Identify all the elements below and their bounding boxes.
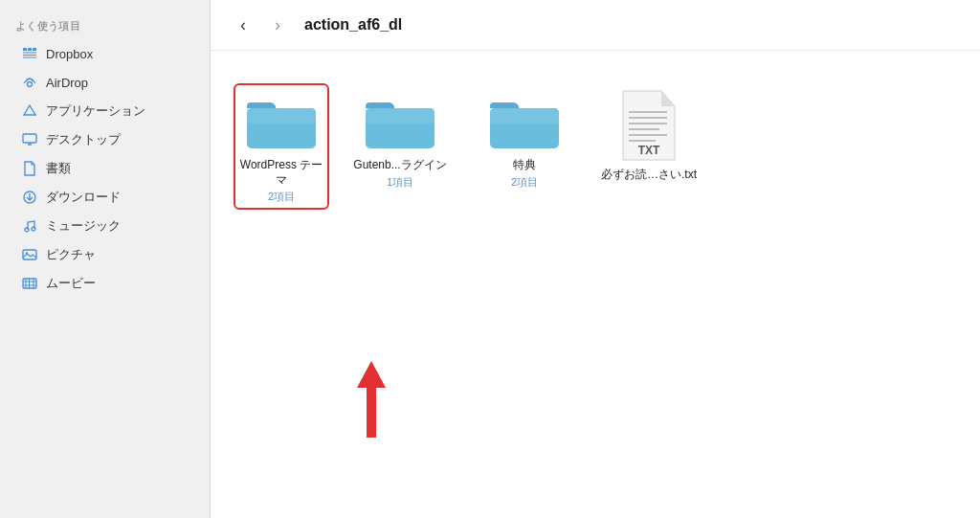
main-content: ‹ › action_af6_dl WordPress テーマ 2項目 bbox=[211, 0, 980, 518]
svg-rect-21 bbox=[33, 279, 34, 288]
file-item-wordpress-theme-count: 2項目 bbox=[268, 190, 295, 204]
svg-point-6 bbox=[28, 82, 33, 87]
sidebar-item-pictures-label: ピクチャ bbox=[46, 246, 96, 263]
sidebar-item-music-label: ミュージック bbox=[46, 217, 121, 235]
svg-rect-3 bbox=[23, 53, 36, 54]
file-area: WordPress テーマ 2項目 Gutenb...ラグイン 1項目 bbox=[211, 51, 980, 518]
file-item-tokuten-count: 2項目 bbox=[511, 175, 538, 190]
sidebar-item-pictures[interactable]: ピクチャ bbox=[6, 241, 204, 268]
file-item-tokuten-name: 特典 bbox=[513, 158, 536, 173]
path-title: action_af6_dl bbox=[304, 16, 402, 34]
svg-text:TXT: TXT bbox=[638, 144, 660, 157]
svg-rect-1 bbox=[28, 48, 32, 51]
toolbar: ‹ › action_af6_dl bbox=[211, 0, 980, 51]
files-row: WordPress テーマ 2項目 Gutenb...ラグイン 1項目 bbox=[239, 79, 951, 204]
pictures-icon bbox=[21, 246, 38, 263]
txt-file-icon: TXT bbox=[619, 89, 679, 162]
sidebar-item-dropbox[interactable]: Dropbox bbox=[6, 40, 204, 67]
desktop-icon bbox=[21, 131, 38, 148]
svg-point-13 bbox=[32, 227, 35, 231]
file-item-gutenberg[interactable]: Gutenb...ラグイン 1項目 bbox=[352, 89, 448, 190]
svg-rect-0 bbox=[23, 48, 27, 51]
folder-svg bbox=[243, 89, 320, 152]
dropbox-icon bbox=[21, 45, 38, 62]
file-item-gutenberg-count: 1項目 bbox=[387, 175, 413, 190]
svg-rect-20 bbox=[29, 279, 30, 288]
file-item-readme[interactable]: TXT 必ずお読…さい.txt bbox=[601, 89, 697, 183]
sidebar-item-documents-label: 書類 bbox=[46, 160, 71, 177]
file-item-wordpress-theme[interactable]: WordPress テーマ 2項目 bbox=[234, 83, 329, 210]
svg-marker-35 bbox=[357, 361, 386, 438]
sidebar-item-movies-label: ムービー bbox=[46, 275, 96, 292]
downloads-icon bbox=[21, 189, 38, 206]
svg-rect-2 bbox=[33, 48, 36, 51]
sidebar-item-applications-label: アプリケーション bbox=[46, 102, 145, 120]
sidebar-item-dropbox-label: Dropbox bbox=[46, 47, 93, 61]
applications-icon bbox=[21, 102, 38, 120]
airdrop-icon bbox=[21, 74, 38, 91]
svg-rect-27 bbox=[490, 108, 559, 124]
svg-rect-4 bbox=[23, 55, 36, 56]
sidebar-item-applications[interactable]: アプリケーション bbox=[6, 98, 204, 124]
svg-rect-23 bbox=[247, 108, 316, 124]
sidebar-item-downloads-label: ダウンロード bbox=[46, 189, 121, 206]
svg-rect-19 bbox=[26, 279, 27, 288]
sidebar-item-desktop[interactable]: デスクトップ bbox=[6, 126, 204, 153]
file-item-tokuten[interactable]: 特典 2項目 bbox=[477, 89, 572, 190]
sidebar-item-documents[interactable]: 書類 bbox=[6, 155, 204, 182]
sidebar-item-music[interactable]: ミュージック bbox=[6, 213, 204, 239]
file-item-wordpress-theme-name: WordPress テーマ bbox=[239, 158, 323, 188]
file-item-readme-name: 必ずお読…さい.txt bbox=[601, 168, 697, 183]
sidebar-section-label: よく使う項目 bbox=[0, 19, 210, 39]
sidebar-item-desktop-label: デスクトップ bbox=[46, 131, 121, 148]
red-arrow bbox=[352, 361, 390, 441]
back-button[interactable]: ‹ bbox=[230, 11, 256, 38]
svg-rect-25 bbox=[366, 108, 434, 124]
sidebar: よく使う項目 Dropbox AirDrop bbox=[0, 0, 211, 518]
sidebar-item-downloads[interactable]: ダウンロード bbox=[6, 184, 204, 211]
music-icon bbox=[21, 217, 38, 235]
folder-svg2 bbox=[362, 89, 438, 152]
sidebar-item-airdrop-label: AirDrop bbox=[46, 76, 88, 90]
documents-icon bbox=[21, 160, 38, 177]
forward-button[interactable]: › bbox=[264, 11, 291, 38]
file-item-gutenberg-name: Gutenb...ラグイン bbox=[353, 158, 446, 173]
svg-point-12 bbox=[25, 228, 29, 232]
movies-icon bbox=[21, 275, 38, 292]
sidebar-item-airdrop[interactable]: AirDrop bbox=[6, 69, 204, 96]
sidebar-item-movies[interactable]: ムービー bbox=[6, 270, 204, 297]
folder-svg3 bbox=[486, 89, 563, 152]
svg-rect-5 bbox=[23, 57, 36, 58]
svg-rect-7 bbox=[23, 134, 36, 143]
